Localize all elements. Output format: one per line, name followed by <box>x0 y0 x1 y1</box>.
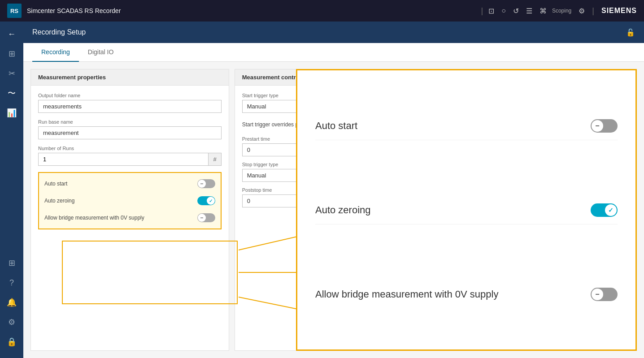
sidebar-item-tools[interactable]: ✂ <box>3 65 21 82</box>
titlebar: RS Simcenter SCADAS RS Recorder | ⊡ ○ ↺ … <box>0 0 644 22</box>
auto-start-thumb: − <box>198 180 206 188</box>
siemens-logo: SIEMENS <box>601 7 637 15</box>
app-title: Simcenter SCADAS RS Recorder <box>27 7 476 14</box>
header-bar: Recording Setup 🔓 <box>23 22 644 43</box>
zoom-auto-start-toggle[interactable]: − <box>591 119 618 133</box>
sidebar-item-grid[interactable]: ⊞ <box>3 45 21 63</box>
auto-start-row: Auto start − <box>44 177 215 190</box>
zoom-overlay-panel: Auto start − Auto zeroing <box>296 69 637 351</box>
menu-icon[interactable]: ☰ <box>526 7 532 15</box>
zoom-auto-start-minus-icon: − <box>595 122 599 130</box>
auto-zeroing-label: Auto zeroing <box>44 198 74 204</box>
undo-icon[interactable]: ↺ <box>513 7 519 15</box>
bridge-toggle[interactable]: − <box>197 213 215 222</box>
zoom-auto-zeroing-check-icon: ✓ <box>608 207 614 214</box>
run-base-label: Run base name <box>38 119 222 125</box>
auto-start-toggle[interactable]: − <box>197 179 215 188</box>
auto-zeroing-track: ✓ <box>197 196 215 205</box>
zoom-auto-start-thumb: − <box>592 120 603 132</box>
zoom-auto-zeroing-track: ✓ <box>591 203 618 217</box>
app-layout: ← ⊞ ✂ 〜 📊 ⊞ ? 🔔 ⚙ 🔒 Recording Setup 🔓 Re… <box>0 22 644 358</box>
zoom-auto-zeroing-thumb: ✓ <box>605 204 617 216</box>
sidebar-item-chart[interactable]: 📊 <box>3 104 21 122</box>
bridge-row: Allow bridge measurement with 0V supply … <box>44 211 215 224</box>
zoom-auto-zeroing-toggle[interactable]: ✓ <box>591 203 618 217</box>
tab-recording[interactable]: Recording <box>32 43 79 62</box>
measurement-properties-panel: Measurement properties Output folder nam… <box>30 69 229 351</box>
zoom-bridge-thumb: − <box>592 289 603 300</box>
settings-icon[interactable]: ⚙ <box>579 7 585 15</box>
auto-zeroing-thumb: ✓ <box>207 197 215 205</box>
content-area: Recording Setup 🔓 Recording Digital IO M… <box>23 22 644 358</box>
sidebar-item-apps[interactable]: ⊞ <box>3 254 21 272</box>
auto-start-minus-icon: − <box>200 181 203 187</box>
page-title: Recording Setup <box>32 28 626 36</box>
flow-icon[interactable]: ⌘ <box>540 7 547 15</box>
scoping-label: Scoping <box>552 8 571 14</box>
zoom-bridge-minus-icon: − <box>595 290 599 298</box>
zoom-auto-start-track: − <box>591 119 618 133</box>
bridge-minus-icon: − <box>200 215 203 221</box>
num-runs-input[interactable] <box>38 153 208 166</box>
tab-digital-io[interactable]: Digital IO <box>79 43 123 62</box>
bridge-label: Allow bridge measurement with 0V supply <box>44 215 144 221</box>
num-runs-suffix: # <box>208 153 221 166</box>
zoom-bridge-row: Allow bridge measurement with 0V supply … <box>315 280 618 308</box>
save-icon[interactable]: ⊡ <box>488 7 494 15</box>
sidebar-item-back[interactable]: ← <box>3 25 21 43</box>
sidebar-item-bell[interactable]: 🔔 <box>3 293 21 311</box>
zoom-bridge-toggle[interactable]: − <box>591 288 618 301</box>
title-divider: | <box>481 6 483 16</box>
measurement-properties-body: Output folder name Run base name Number … <box>31 86 229 237</box>
sidebar: ← ⊞ ✂ 〜 📊 ⊞ ? 🔔 ⚙ 🔒 <box>0 22 23 358</box>
run-base-group: Run base name <box>38 119 222 139</box>
num-runs-group: Number of Runs # <box>38 146 222 166</box>
auto-zeroing-check-icon: ✓ <box>209 198 213 203</box>
panels-container: Measurement properties Output folder nam… <box>23 62 644 358</box>
run-base-input[interactable] <box>38 126 222 139</box>
output-folder-input[interactable] <box>38 100 222 113</box>
zoom-auto-zeroing-label: Auto zeroing <box>315 204 371 216</box>
titlebar-right: Scoping ⚙ | SIEMENS <box>552 6 637 16</box>
auto-zeroing-row: Auto zeroing ✓ <box>44 194 215 207</box>
bridge-track: − <box>197 213 215 222</box>
num-runs-label: Number of Runs <box>38 146 222 151</box>
app-logo: RS <box>7 4 22 18</box>
zoom-bridge-track: − <box>591 288 618 301</box>
output-folder-group: Output folder name <box>38 93 222 113</box>
num-runs-input-container: # <box>38 153 222 166</box>
auto-settings-highlight-box: Auto start − Auto zeroing <box>38 172 222 229</box>
zoom-auto-start-row: Auto start − <box>315 112 618 140</box>
zoom-auto-zeroing-row: Auto zeroing ✓ <box>315 196 618 224</box>
measurement-properties-header: Measurement properties <box>31 69 229 86</box>
circle-icon[interactable]: ○ <box>501 7 506 15</box>
sidebar-item-help[interactable]: ? <box>3 274 21 292</box>
titlebar-icons: ⊡ ○ ↺ ☰ ⌘ <box>488 7 547 15</box>
auto-zeroing-toggle[interactable]: ✓ <box>197 196 215 205</box>
auto-start-label: Auto start <box>44 181 67 187</box>
sidebar-item-lock[interactable]: 🔒 <box>3 333 21 351</box>
zoom-auto-start-label: Auto start <box>315 120 357 132</box>
header-lock-icon[interactable]: 🔓 <box>626 28 635 37</box>
zoom-bridge-label: Allow bridge measurement with 0V supply <box>315 289 498 300</box>
output-folder-label: Output folder name <box>38 93 222 98</box>
auto-start-track: − <box>197 179 215 188</box>
sidebar-item-settings[interactable]: ⚙ <box>3 313 21 331</box>
bridge-thumb: − <box>198 214 206 222</box>
sidebar-item-wave[interactable]: 〜 <box>3 84 21 102</box>
tabs-bar: Recording Digital IO <box>23 43 644 62</box>
